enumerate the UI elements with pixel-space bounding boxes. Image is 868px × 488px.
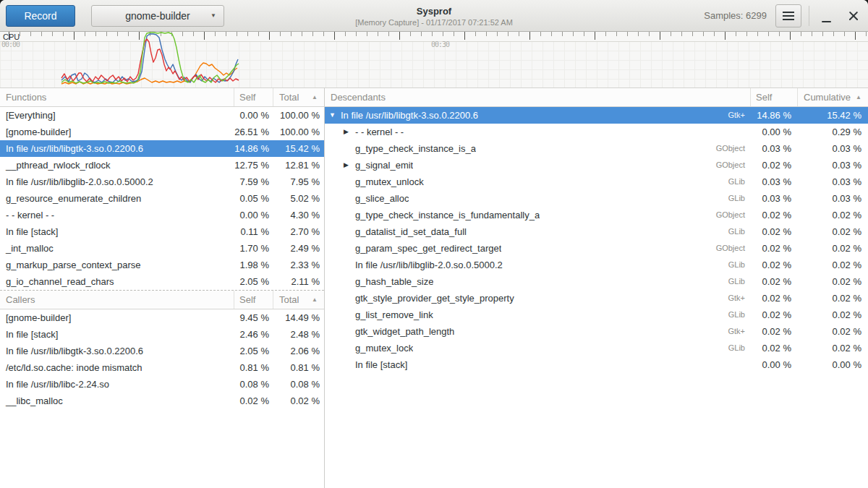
descendant-row[interactable]: gtk_style_provider_get_style_propertyGtk… (325, 290, 868, 307)
expander-icon[interactable]: ▶ (344, 124, 355, 140)
total-percent-cell: 2.11 % (273, 273, 324, 290)
function-row[interactable]: In file /usr/lib/libgtk-3.so.0.2200.614.… (0, 140, 324, 157)
self-percent-cell: 0.02 % (751, 257, 798, 273)
column-header-total[interactable]: Total ▲ (273, 88, 324, 106)
descendant-row[interactable]: g_datalist_id_set_data_fullGLib0.02 %0.0… (325, 223, 868, 240)
function-row[interactable]: - - kernel - -0.00 %4.30 % (0, 207, 324, 223)
self-percent-cell: 1.70 % (234, 240, 273, 257)
caller-row[interactable]: [gnome-builder]9.45 %14.49 % (0, 309, 324, 326)
main-content: Functions Self Total ▲ [Everything]0.00 … (0, 88, 868, 488)
descendant-name-cell: g_hash_table_sizeGLib (325, 273, 751, 290)
descendant-name-cell: ▼In file /usr/lib/libgtk-3.so.0.2200.6Gt… (325, 107, 751, 124)
descendant-row[interactable]: ▼In file /usr/lib/libgtk-3.so.0.2200.6Gt… (325, 107, 868, 124)
caller-row[interactable]: __libc_malloc0.02 %0.02 % (0, 393, 324, 409)
descendant-name-label: In file /usr/lib/libgtk-3.so.0.2200.6 (341, 107, 478, 124)
function-name-cell: g_markup_parse_context_parse (0, 257, 234, 273)
cpu-timeline-graph[interactable]: CPU 00:00 00:30 (0, 32, 868, 88)
functions-table-header: Functions Self Total ▲ (0, 88, 324, 107)
total-percent-cell: 2.06 % (273, 343, 324, 359)
cumulative-percent-cell: 0.03 % (798, 190, 868, 207)
descendant-name-cell: g_mutex_lockGLib (325, 340, 751, 356)
expander-icon[interactable]: ▶ (344, 157, 355, 174)
descendant-name-cell: g_datalist_id_set_data_fullGLib (325, 223, 751, 240)
callers-rows: [gnome-builder]9.45 %14.49 %In file [sta… (0, 309, 324, 409)
descendant-row[interactable]: ▶g_signal_emitGObject0.02 %0.03 % (325, 157, 868, 174)
total-percent-cell: 5.02 % (273, 190, 324, 207)
caller-row[interactable]: /etc/ld.so.cache: inode mismatch0.81 %0.… (0, 359, 324, 376)
descendant-name-cell: gtk_widget_path_lengthGtk+ (325, 323, 751, 340)
self-percent-cell: 0.02 % (751, 157, 798, 174)
cumulative-percent-cell: 0.02 % (798, 273, 868, 290)
cumulative-percent-cell: 15.42 % (798, 107, 868, 124)
function-row[interactable]: [Everything]0.00 %100.00 % (0, 107, 324, 124)
function-name-cell: In file /usr/lib/libglib-2.0.so.0.5000.2 (0, 174, 234, 190)
column-header-total[interactable]: Total ▲ (273, 291, 324, 309)
descendant-row[interactable]: g_hash_table_sizeGLib0.02 %0.02 % (325, 273, 868, 290)
column-header-descendants[interactable]: Descendants (325, 88, 751, 106)
function-row[interactable]: g_io_channel_read_chars2.05 %2.11 % (0, 273, 324, 290)
column-header-self[interactable]: Self (234, 291, 273, 309)
function-row[interactable]: __pthread_rwlock_rdlock12.75 %12.81 % (0, 157, 324, 174)
descendant-name-cell: ▶g_signal_emitGObject (325, 157, 751, 174)
function-row[interactable]: _int_malloc1.70 %2.49 % (0, 240, 324, 257)
descendant-name-label: g_param_spec_get_redirect_target (355, 240, 501, 257)
expander-icon[interactable]: ▼ (329, 107, 341, 124)
cumulative-percent-cell: 0.03 % (798, 140, 868, 157)
descendant-row[interactable]: In file /usr/lib/libglib-2.0.so.0.5000.2… (325, 257, 868, 273)
samples-count: Samples: 6299 (704, 0, 767, 31)
total-percent-cell: 7.95 % (273, 174, 324, 190)
minimize-icon (822, 21, 831, 22)
caller-row[interactable]: In file [stack]2.46 %2.48 % (0, 326, 324, 343)
close-button[interactable] (843, 4, 864, 27)
time-label-mid: 00:30 (431, 40, 449, 48)
column-header-cumulative[interactable]: Cumulative ▲ (798, 88, 868, 106)
self-percent-cell: 0.00 % (234, 207, 273, 223)
cumulative-percent-cell: 0.29 % (798, 124, 868, 140)
functions-table: Functions Self Total ▲ [Everything]0.00 … (0, 88, 324, 290)
function-row[interactable]: In file [stack]0.11 %2.70 % (0, 223, 324, 240)
function-row[interactable]: g_resource_enumerate_children0.05 %5.02 … (0, 190, 324, 207)
total-percent-cell: 0.02 % (273, 393, 324, 409)
record-button[interactable]: Record (6, 5, 75, 27)
descendant-row[interactable]: g_type_check_instance_is_aGObject0.03 %0… (325, 140, 868, 157)
hamburger-icon (783, 15, 794, 17)
descendant-row[interactable]: g_slice_allocGLib0.03 %0.03 % (325, 190, 868, 207)
column-header-functions[interactable]: Functions (0, 88, 234, 106)
descendant-row[interactable]: g_mutex_lockGLib0.02 %0.02 % (325, 340, 868, 356)
column-header-callers[interactable]: Callers (0, 291, 234, 309)
function-row[interactable]: In file /usr/lib/libglib-2.0.so.0.5000.2… (0, 174, 324, 190)
function-name-cell: [Everything] (0, 107, 234, 124)
minimize-button[interactable] (816, 4, 836, 27)
caller-row[interactable]: In file /usr/lib/libc-2.24.so0.08 %0.08 … (0, 376, 324, 393)
descendant-name-label: - - kernel - - (355, 124, 404, 140)
descendant-name-label: g_signal_emit (355, 157, 413, 174)
headerbar-separator (809, 6, 809, 26)
self-percent-cell: 0.03 % (751, 174, 798, 190)
menu-button[interactable] (775, 4, 801, 27)
target-process-dropdown[interactable]: gnome-builder ▼ (91, 5, 224, 27)
caller-row[interactable]: In file /usr/lib/libgtk-3.so.0.2200.62.0… (0, 343, 324, 359)
function-row[interactable]: g_markup_parse_context_parse1.98 %2.33 % (0, 257, 324, 273)
descendant-row[interactable]: ▶- - kernel - -0.00 %0.29 % (325, 124, 868, 140)
self-percent-cell: 14.86 % (751, 107, 798, 124)
descendant-row[interactable]: g_type_check_instance_is_fundamentally_a… (325, 207, 868, 223)
descendant-row[interactable]: gtk_widget_path_lengthGtk+0.02 %0.02 % (325, 323, 868, 340)
descendant-name-cell: gtk_style_provider_get_style_propertyGtk… (325, 290, 751, 307)
total-percent-cell: 2.70 % (273, 223, 324, 240)
descendant-name-label: In file /usr/lib/libglib-2.0.so.0.5000.2 (355, 257, 503, 273)
cumulative-percent-cell: 0.03 % (798, 174, 868, 190)
descendant-name-label: g_list_remove_link (355, 307, 433, 323)
function-row[interactable]: [gnome-builder]26.51 %100.00 % (0, 124, 324, 140)
column-header-self[interactable]: Self (751, 88, 798, 106)
functions-rows: [Everything]0.00 %100.00 %[gnome-builder… (0, 107, 324, 290)
column-header-self[interactable]: Self (234, 88, 273, 106)
descendant-row[interactable]: g_list_remove_linkGLib0.02 %0.02 % (325, 307, 868, 323)
descendant-row[interactable]: In file [stack]0.00 %0.00 % (325, 356, 868, 373)
descendant-row[interactable]: g_mutex_unlockGLib0.03 %0.03 % (325, 174, 868, 190)
self-percent-cell: 0.11 % (234, 223, 273, 240)
descendant-name-label: gtk_style_provider_get_style_property (355, 290, 514, 307)
self-percent-cell: 2.05 % (234, 343, 273, 359)
self-percent-cell: 0.00 % (751, 124, 798, 140)
descendant-row[interactable]: g_param_spec_get_redirect_targetGObject0… (325, 240, 868, 257)
function-name-cell: [gnome-builder] (0, 309, 234, 326)
